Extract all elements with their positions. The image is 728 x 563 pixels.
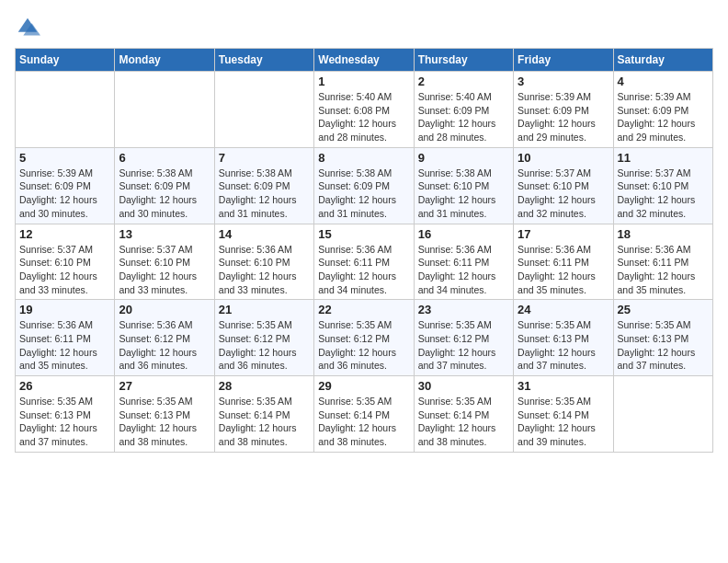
day-number: 21 [219,303,310,316]
day-number: 29 [318,379,409,393]
day-info: Sunrise: 5:35 AMSunset: 6:13 PMDaylight:… [618,318,709,373]
day-number: 15 [318,227,409,241]
weekday-header-row: SundayMondayTuesdayWednesdayThursdayFrid… [16,49,713,72]
day-number: 13 [119,227,210,241]
weekday-header-sunday: Sunday [16,49,115,72]
day-number: 17 [518,227,609,241]
calendar-cell: 17Sunrise: 5:36 AMSunset: 6:11 PMDayligh… [514,224,613,300]
day-number: 11 [618,151,709,165]
day-info: Sunrise: 5:36 AMSunset: 6:12 PMDaylight:… [119,318,210,373]
day-info: Sunrise: 5:37 AMSunset: 6:10 PMDaylight:… [618,167,709,221]
day-number: 24 [518,303,609,316]
day-info: Sunrise: 5:36 AMSunset: 6:11 PMDaylight:… [618,243,709,297]
day-number: 4 [618,75,709,88]
day-info: Sunrise: 5:36 AMSunset: 6:11 PMDaylight:… [518,243,609,297]
day-number: 28 [219,379,310,393]
day-info: Sunrise: 5:35 AMSunset: 6:13 PMDaylight:… [19,395,110,449]
day-info: Sunrise: 5:35 AMSunset: 6:14 PMDaylight:… [518,395,609,449]
calendar-cell: 27Sunrise: 5:35 AMSunset: 6:13 PMDayligh… [115,376,214,453]
calendar-cell: 8Sunrise: 5:38 AMSunset: 6:09 PMDaylight… [314,147,414,224]
day-info: Sunrise: 5:36 AMSunset: 6:11 PMDaylight:… [19,318,110,373]
day-number: 26 [19,379,110,393]
day-number: 6 [119,151,210,165]
weekday-header-monday: Monday [115,49,214,72]
logo-icon [15,15,40,40]
day-number: 23 [418,303,509,316]
day-info: Sunrise: 5:35 AMSunset: 6:14 PMDaylight:… [219,395,310,449]
calendar-cell: 11Sunrise: 5:37 AMSunset: 6:10 PMDayligh… [613,147,712,224]
calendar-cell: 5Sunrise: 5:39 AMSunset: 6:09 PMDaylight… [16,147,115,224]
weekday-header-tuesday: Tuesday [214,49,313,72]
calendar-cell [613,376,712,453]
page-header [15,15,713,40]
day-info: Sunrise: 5:39 AMSunset: 6:09 PMDaylight:… [19,167,110,221]
week-row-3: 12Sunrise: 5:37 AMSunset: 6:10 PMDayligh… [16,224,713,300]
calendar-cell [214,72,313,148]
day-info: Sunrise: 5:36 AMSunset: 6:11 PMDaylight:… [418,243,509,297]
calendar-cell: 21Sunrise: 5:35 AMSunset: 6:12 PMDayligh… [214,300,313,376]
week-row-4: 19Sunrise: 5:36 AMSunset: 6:11 PMDayligh… [16,300,713,376]
day-info: Sunrise: 5:40 AMSunset: 6:08 PMDaylight:… [318,90,409,144]
calendar-cell [16,72,115,148]
calendar-cell: 15Sunrise: 5:36 AMSunset: 6:11 PMDayligh… [314,224,414,300]
day-info: Sunrise: 5:35 AMSunset: 6:12 PMDaylight:… [318,318,409,373]
day-number: 18 [618,227,709,241]
day-number: 25 [618,303,709,316]
calendar-cell: 2Sunrise: 5:40 AMSunset: 6:09 PMDaylight… [414,72,513,148]
week-row-5: 26Sunrise: 5:35 AMSunset: 6:13 PMDayligh… [16,376,713,453]
day-info: Sunrise: 5:38 AMSunset: 6:09 PMDaylight:… [119,167,210,221]
day-number: 1 [318,75,409,88]
calendar-cell: 26Sunrise: 5:35 AMSunset: 6:13 PMDayligh… [16,376,115,453]
day-number: 12 [19,227,110,241]
weekday-header-saturday: Saturday [613,49,712,72]
day-info: Sunrise: 5:35 AMSunset: 6:13 PMDaylight:… [518,318,609,373]
calendar-cell: 13Sunrise: 5:37 AMSunset: 6:10 PMDayligh… [115,224,214,300]
day-number: 22 [318,303,409,316]
day-number: 10 [518,151,609,165]
calendar-cell: 14Sunrise: 5:36 AMSunset: 6:10 PMDayligh… [214,224,313,300]
day-number: 30 [418,379,509,393]
calendar-cell [115,72,214,148]
day-info: Sunrise: 5:39 AMSunset: 6:09 PMDaylight:… [618,90,709,144]
day-number: 3 [518,75,609,88]
day-info: Sunrise: 5:35 AMSunset: 6:14 PMDaylight:… [318,395,409,449]
day-number: 7 [219,151,310,165]
logo [15,15,44,40]
calendar-cell: 29Sunrise: 5:35 AMSunset: 6:14 PMDayligh… [314,376,414,453]
day-number: 2 [418,75,509,88]
calendar-cell: 23Sunrise: 5:35 AMSunset: 6:12 PMDayligh… [414,300,513,376]
day-info: Sunrise: 5:39 AMSunset: 6:09 PMDaylight:… [518,90,609,144]
calendar-cell: 18Sunrise: 5:36 AMSunset: 6:11 PMDayligh… [613,224,712,300]
calendar-table: SundayMondayTuesdayWednesdayThursdayFrid… [15,48,713,453]
calendar-cell: 7Sunrise: 5:38 AMSunset: 6:09 PMDaylight… [214,147,313,224]
day-info: Sunrise: 5:35 AMSunset: 6:12 PMDaylight:… [418,318,509,373]
calendar-cell: 3Sunrise: 5:39 AMSunset: 6:09 PMDaylight… [514,72,613,148]
calendar-cell: 16Sunrise: 5:36 AMSunset: 6:11 PMDayligh… [414,224,513,300]
calendar-cell: 28Sunrise: 5:35 AMSunset: 6:14 PMDayligh… [214,376,313,453]
day-number: 19 [19,303,110,316]
day-info: Sunrise: 5:37 AMSunset: 6:10 PMDaylight:… [518,167,609,221]
calendar-cell: 20Sunrise: 5:36 AMSunset: 6:12 PMDayligh… [115,300,214,376]
day-info: Sunrise: 5:40 AMSunset: 6:09 PMDaylight:… [418,90,509,144]
calendar-cell: 6Sunrise: 5:38 AMSunset: 6:09 PMDaylight… [115,147,214,224]
day-number: 20 [119,303,210,316]
week-row-1: 1Sunrise: 5:40 AMSunset: 6:08 PMDaylight… [16,72,713,148]
calendar-cell: 22Sunrise: 5:35 AMSunset: 6:12 PMDayligh… [314,300,414,376]
weekday-header-friday: Friday [514,49,613,72]
day-info: Sunrise: 5:38 AMSunset: 6:10 PMDaylight:… [418,167,509,221]
day-info: Sunrise: 5:35 AMSunset: 6:14 PMDaylight:… [418,395,509,449]
calendar-cell: 9Sunrise: 5:38 AMSunset: 6:10 PMDaylight… [414,147,513,224]
calendar-cell: 10Sunrise: 5:37 AMSunset: 6:10 PMDayligh… [514,147,613,224]
weekday-header-wednesday: Wednesday [314,49,414,72]
day-info: Sunrise: 5:35 AMSunset: 6:12 PMDaylight:… [219,318,310,373]
day-number: 14 [219,227,310,241]
day-number: 8 [318,151,409,165]
calendar-cell: 30Sunrise: 5:35 AMSunset: 6:14 PMDayligh… [414,376,513,453]
day-number: 9 [418,151,509,165]
day-info: Sunrise: 5:36 AMSunset: 6:11 PMDaylight:… [318,243,409,297]
day-number: 27 [119,379,210,393]
day-number: 5 [19,151,110,165]
calendar-cell: 31Sunrise: 5:35 AMSunset: 6:14 PMDayligh… [514,376,613,453]
calendar-cell: 19Sunrise: 5:36 AMSunset: 6:11 PMDayligh… [16,300,115,376]
day-info: Sunrise: 5:38 AMSunset: 6:09 PMDaylight:… [219,167,310,221]
